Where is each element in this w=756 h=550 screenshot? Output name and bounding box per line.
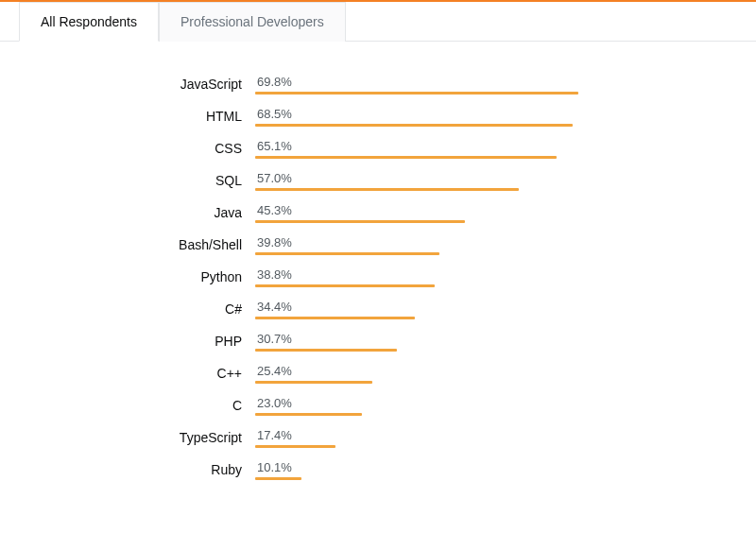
bar-wrap: 23.0%: [255, 396, 718, 416]
value-label: 65.1%: [255, 139, 718, 153]
value-label: 25.4%: [255, 364, 718, 378]
value-label: 17.4%: [255, 428, 718, 442]
chart-row: C++25.4%: [24, 364, 732, 384]
bar: [255, 317, 415, 319]
bar-wrap: 25.4%: [255, 364, 718, 384]
category-label: Python: [24, 267, 255, 284]
value-label: 34.4%: [255, 300, 718, 314]
chart-row: PHP30.7%: [24, 332, 732, 352]
bar-wrap: 65.1%: [255, 139, 718, 159]
chart-row: TypeScript17.4%: [24, 428, 732, 448]
value-label: 38.8%: [255, 267, 718, 282]
category-label: CSS: [24, 139, 255, 156]
bar: [255, 252, 439, 255]
bar: [255, 124, 573, 127]
chart-area: JavaScript69.8%HTML68.5%CSS65.1%SQL57.0%…: [0, 42, 756, 511]
category-label: C++: [24, 364, 255, 381]
bar-wrap: 45.3%: [255, 203, 718, 223]
bar-wrap: 10.1%: [255, 460, 718, 480]
bar-wrap: 39.8%: [255, 235, 718, 255]
chart-row: CSS65.1%: [24, 139, 732, 159]
bar: [255, 220, 465, 223]
value-label: 10.1%: [255, 460, 718, 474]
category-label: C: [24, 396, 255, 413]
category-label: SQL: [24, 171, 255, 188]
category-label: Ruby: [24, 460, 255, 477]
chart-row: Java45.3%: [24, 203, 732, 223]
bar: [255, 92, 578, 95]
chart-row: C23.0%: [24, 396, 732, 416]
category-label: PHP: [24, 332, 255, 349]
chart-row: Python38.8%: [24, 267, 732, 287]
value-label: 68.5%: [255, 107, 718, 121]
chart-row: HTML68.5%: [24, 107, 732, 127]
bar: [255, 156, 557, 159]
bar: [255, 284, 435, 287]
bar: [255, 445, 335, 448]
category-label: HTML: [24, 107, 255, 124]
value-label: 69.8%: [255, 75, 718, 89]
value-label: 30.7%: [255, 332, 718, 346]
bar-wrap: 34.4%: [255, 300, 718, 319]
chart-row: Bash/Shell39.8%: [24, 235, 732, 255]
tab-professional-developers[interactable]: Professional Developers: [159, 2, 346, 42]
bar-wrap: 69.8%: [255, 75, 718, 95]
value-label: 57.0%: [255, 171, 718, 185]
bar: [255, 413, 362, 416]
bar-wrap: 17.4%: [255, 428, 718, 448]
value-label: 39.8%: [255, 235, 718, 249]
bar: [255, 349, 397, 352]
tab-all-respondents[interactable]: All Respondents: [19, 2, 159, 42]
category-label: JavaScript: [24, 75, 255, 92]
chart-container: All Respondents Professional Developers …: [0, 0, 756, 550]
bar-wrap: 38.8%: [255, 267, 718, 287]
chart-row: Ruby10.1%: [24, 460, 732, 480]
chart-row: JavaScript69.8%: [24, 75, 732, 95]
bar-wrap: 30.7%: [255, 332, 718, 352]
chart-row: C#34.4%: [24, 300, 732, 319]
bar-wrap: 68.5%: [255, 107, 718, 127]
bar: [255, 188, 519, 191]
tab-label: All Respondents: [41, 14, 137, 29]
category-label: Java: [24, 203, 255, 220]
value-label: 23.0%: [255, 396, 718, 410]
bar-wrap: 57.0%: [255, 171, 718, 191]
value-label: 45.3%: [255, 203, 718, 217]
chart-row: SQL57.0%: [24, 171, 732, 191]
category-label: Bash/Shell: [24, 235, 255, 252]
tab-label: Professional Developers: [180, 14, 324, 29]
tabs-bar: All Respondents Professional Developers: [0, 1, 756, 42]
category-label: TypeScript: [24, 428, 255, 445]
bar: [255, 381, 372, 384]
category-label: C#: [24, 300, 255, 317]
bar: [255, 477, 301, 480]
